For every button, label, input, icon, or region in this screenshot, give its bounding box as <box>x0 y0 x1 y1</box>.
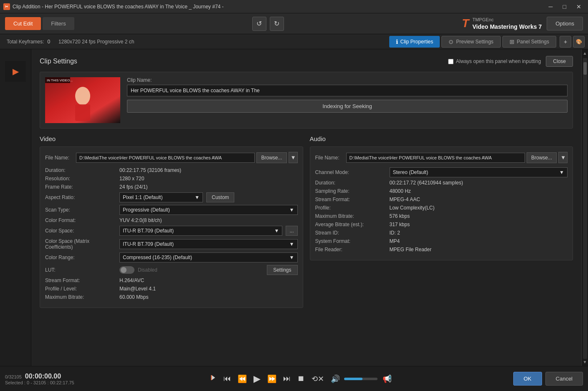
left-sidebar: ▶ <box>0 49 31 366</box>
audio-channel-mode-dropdown[interactable]: Stereo (Default) ▼ <box>390 167 568 177</box>
video-custom-button[interactable]: Custom <box>206 192 234 202</box>
clip-name-label: Clip Name: <box>127 77 568 83</box>
video-resolution-label: Resolution: <box>45 176 116 182</box>
video-lut-settings-button[interactable]: Settings <box>267 265 297 275</box>
rewind-button[interactable]: ⏮ <box>222 373 233 385</box>
video-color-range-label: Color Range: <box>45 255 116 260</box>
volume-button[interactable]: 🔊 <box>329 373 342 385</box>
always-open-label[interactable]: Always open this panel when inputting <box>448 58 541 64</box>
audio-stream-format-row: Stream Format: MPEG-4 AAC <box>315 197 568 202</box>
frame-counter: 0/32105 <box>5 374 22 379</box>
video-color-space-matrix-label: Color Space (Matrix Coefficients) <box>45 238 116 250</box>
audio-file-reader-row: File Reader: MPEG File Reader <box>315 247 568 252</box>
loop-button[interactable]: ⟲✕ <box>310 373 326 385</box>
stop-button[interactable]: ⏹ <box>296 373 307 385</box>
close-button[interactable]: ✕ <box>573 3 585 11</box>
clip-name-inputs: Clip Name: Indexing for Seeking <box>127 77 568 113</box>
playback-info: 0/32105 00:00:00.00 Selected : 0 - 32105… <box>5 373 89 385</box>
mark-in-button[interactable] <box>208 373 218 385</box>
video-color-range-dropdown[interactable]: Compressed (16-235) (Default) ▼ <box>119 252 298 262</box>
undo-button[interactable]: ↺ <box>252 17 266 31</box>
clip-settings-title: Clip Settings <box>40 58 77 65</box>
audio-out-button[interactable]: 📢 <box>381 373 393 385</box>
audio-sampling-rate-row: Sampling Rate: 48000 Hz <box>315 188 568 194</box>
brand-name-bottom: Video Mastering Works 7 <box>472 23 542 30</box>
audio-section: Audio File Name: D:\Media\The voice\Her … <box>310 135 573 308</box>
audio-system-format-value: MP4 <box>390 238 400 244</box>
audio-profile-label: Profile: <box>315 205 386 211</box>
audio-title: Audio <box>310 135 573 142</box>
close-button[interactable]: Close <box>546 56 573 67</box>
always-open-checkbox[interactable] <box>448 59 454 64</box>
video-scan-type-label: Scan Type: <box>45 207 116 213</box>
video-frame-rate-label: Frame Rate: <box>45 184 116 190</box>
audio-channel-mode-label: Channel Mode: <box>315 169 386 175</box>
video-color-space-dropdown[interactable]: ITU-R BT.709 (Default) ▼ <box>119 226 282 236</box>
lut-disabled-text: Disabled <box>138 267 157 273</box>
video-file-input[interactable]: D:\Media\The voice\Her POWERFUL voice BL… <box>76 153 255 163</box>
video-file-row: File Name: D:\Media\The voice\Her POWERF… <box>45 152 298 163</box>
toggle-knob <box>121 267 127 273</box>
audio-system-format-label: System Format: <box>315 238 386 244</box>
audio-duration-row: Duration: 00:22:17.72 (64210944 samples) <box>315 180 568 186</box>
sidebar-play-marker[interactable]: ▶ <box>5 61 26 82</box>
video-color-space-row: Color Space: ITU-R BT.709 (Default) ▼ ..… <box>45 226 298 236</box>
playback-controls: ⏮ ⏪ ▶ ⏩ ⏭ ⏹ ⟲✕ 🔊 📢 <box>94 372 508 386</box>
video-stream-format-label: Stream Format: <box>45 277 116 283</box>
video-lut-toggle[interactable] <box>119 266 134 274</box>
video-scan-type-dropdown[interactable]: Progressive (Default) ▼ <box>119 205 298 215</box>
info-icon: ℹ <box>396 38 398 45</box>
add-button[interactable]: + <box>560 36 571 48</box>
video-aspect-ratio-dropdown[interactable]: Pixel 1:1 (Default) ▼ <box>119 192 203 202</box>
color-button[interactable]: 🎨 <box>573 36 585 48</box>
filters-tab[interactable]: Filters <box>43 17 74 30</box>
resolution-fps: 1280x720 24 fps Progressive 2 ch <box>58 39 134 45</box>
audio-file-reader-value: MPEG File Reader <box>390 247 432 252</box>
content-area: Clip Settings Always open this panel whe… <box>31 49 581 366</box>
video-color-format-row: Color Format: YUV 4:2:0(8 bit/ch) <box>45 217 298 223</box>
scroll-down-button[interactable]: ▼ <box>583 360 587 364</box>
step-back-button[interactable]: ⏪ <box>236 373 248 385</box>
window-title: Clip Addition - Her POWERFUL voice BLOWS… <box>13 4 224 10</box>
video-browse-dropdown[interactable]: ▼ <box>289 152 298 163</box>
clip-name-input[interactable] <box>127 85 568 96</box>
ok-button[interactable]: OK <box>513 372 542 386</box>
cut-edit-tab[interactable]: Cut Edit <box>5 17 41 30</box>
audio-stream-format-label: Stream Format: <box>315 197 386 202</box>
video-lut-toggle-container: Disabled <box>119 266 157 274</box>
audio-avg-bitrate-value: 317 kbps <box>390 222 410 227</box>
panel-settings-tab[interactable]: ⊞ Panel Settings <box>502 36 556 48</box>
volume-area: 🔊 <box>329 373 378 385</box>
audio-max-bitrate-value: 576 kbps <box>390 213 410 219</box>
video-color-range-row: Color Range: Compressed (16-235) (Defaul… <box>45 252 298 262</box>
audio-browse-dropdown[interactable]: ▼ <box>558 152 568 163</box>
preview-settings-tab[interactable]: ⊙ Preview Settings <box>441 36 500 48</box>
scroll-body <box>583 58 587 359</box>
play-button[interactable]: ▶ <box>252 372 262 386</box>
scroll-up-button[interactable]: ▲ <box>583 51 587 55</box>
brand-name-top: TMPGEnc <box>472 17 542 23</box>
indexing-button[interactable]: Indexing for Seeking <box>127 100 568 113</box>
video-duration-row: Duration: 00:22:17.75 (32106 frames) <box>45 167 298 173</box>
audio-browse-button[interactable]: Browse... <box>527 152 557 163</box>
title-bar: ✂ Clip Addition - Her POWERFUL voice BLO… <box>0 0 588 13</box>
fast-forward-button[interactable]: ⏭ <box>281 373 292 385</box>
volume-slider[interactable] <box>344 378 378 380</box>
video-color-space-matrix-dropdown[interactable]: ITU-R BT.709 (Default) ▼ <box>119 239 298 249</box>
clip-properties-tab[interactable]: ℹ Clip Properties <box>389 36 440 48</box>
redo-button[interactable]: ↻ <box>270 17 284 31</box>
right-scrollbar[interactable]: ▲ ▼ <box>581 49 588 366</box>
minimize-button[interactable]: ─ <box>545 3 556 11</box>
maximize-button[interactable]: □ <box>560 3 570 11</box>
info-bar: Total Keyframes: 0 1280x720 24 fps Progr… <box>0 34 588 49</box>
video-section: Video File Name: D:\Media\The voice\Her … <box>40 135 303 308</box>
video-browse-button[interactable]: Browse... <box>256 152 286 163</box>
video-color-space-ellipsis[interactable]: ... <box>286 226 297 236</box>
step-forward-button[interactable]: ⏩ <box>266 373 278 385</box>
scroll-thumb[interactable] <box>583 62 587 75</box>
audio-file-input[interactable]: D:\Media\The voice\Her POWERFUL voice BL… <box>346 153 525 163</box>
options-button[interactable]: Options <box>547 17 583 30</box>
video-audio-columns: Video File Name: D:\Media\The voice\Her … <box>40 135 573 308</box>
video-file-label: File Name: <box>45 155 74 161</box>
cancel-button[interactable]: Cancel <box>545 372 583 386</box>
